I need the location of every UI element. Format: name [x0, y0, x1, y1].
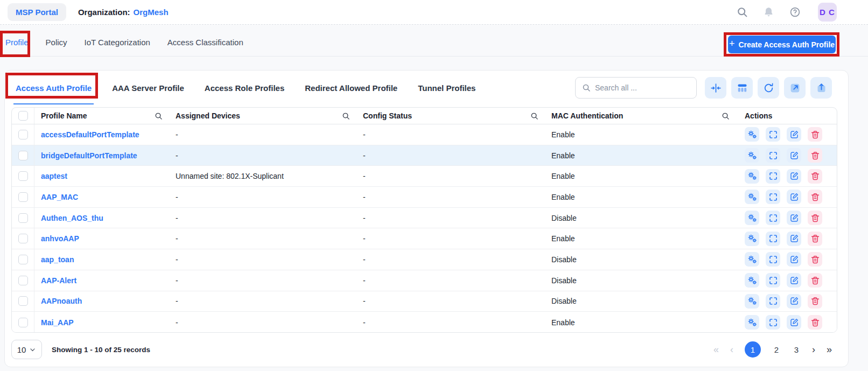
first-page-button[interactable]: «	[713, 344, 719, 355]
upload-button[interactable]	[810, 77, 832, 99]
row-checkbox[interactable]	[18, 130, 28, 139]
expand-button[interactable]	[766, 148, 780, 163]
edit-button[interactable]	[787, 211, 801, 225]
edit-button[interactable]	[787, 232, 801, 246]
column-search-icon[interactable]	[530, 112, 538, 120]
port-settings-button[interactable]	[745, 148, 759, 163]
subtab-aaa-server-profile[interactable]: AAA Server Profile	[109, 79, 187, 97]
last-page-button[interactable]: »	[827, 344, 832, 355]
expand-button[interactable]	[766, 252, 780, 267]
profile-name-link[interactable]: Mai_AAP	[41, 318, 74, 327]
delete-button[interactable]	[808, 273, 822, 288]
next-page-button[interactable]: ›	[812, 344, 815, 355]
prev-page-button[interactable]: ‹	[730, 344, 733, 355]
profile-name-link[interactable]: anhvoAAP	[41, 234, 79, 243]
profile-name-link[interactable]: AAP-Alert	[41, 276, 76, 285]
expand-button[interactable]	[766, 190, 780, 204]
column-search-icon[interactable]	[155, 112, 163, 120]
help-icon[interactable]	[789, 6, 801, 18]
page-2-button[interactable]: 2	[772, 345, 781, 354]
delete-button[interactable]	[808, 148, 822, 163]
subtab-access-auth-profile[interactable]: Access Auth Profile	[12, 79, 95, 97]
edit-button[interactable]	[787, 148, 801, 163]
column-search-icon[interactable]	[722, 112, 730, 120]
row-checkbox[interactable]	[18, 192, 28, 202]
edit-button[interactable]	[787, 315, 801, 330]
profile-name-link[interactable]: bridgeDefaultPortTemplate	[41, 151, 137, 160]
row-checkbox[interactable]	[18, 151, 28, 160]
collapse-columns-button[interactable]	[705, 77, 726, 99]
tab-profile[interactable]: Profile	[4, 31, 30, 56]
page-3-button[interactable]: 3	[792, 345, 801, 354]
edit-button[interactable]	[787, 127, 801, 142]
profile-name-link[interactable]: aap_toan	[41, 255, 74, 264]
select-all-checkbox[interactable]	[18, 111, 28, 121]
trash-icon	[810, 255, 820, 264]
edit-button[interactable]	[787, 294, 801, 309]
refresh-button[interactable]	[758, 77, 779, 99]
port-settings-button[interactable]	[745, 190, 759, 204]
tab-policy[interactable]: Policy	[45, 31, 68, 56]
row-checkbox[interactable]	[18, 171, 28, 181]
open-external-button[interactable]	[784, 77, 806, 99]
delete-button[interactable]	[808, 294, 822, 309]
port-settings-button[interactable]	[745, 315, 759, 330]
search-all-input[interactable]	[595, 83, 690, 92]
subtab-access-role-profiles[interactable]: Access Role Profiles	[201, 79, 288, 97]
edit-button[interactable]	[787, 169, 801, 184]
page-size-select[interactable]: 10	[11, 340, 42, 359]
subtab-tunnel-profiles[interactable]: Tunnel Profiles	[415, 79, 479, 97]
profile-name-link[interactable]: accessDefaultPortTemplate	[41, 130, 139, 139]
search-icon[interactable]	[737, 6, 748, 18]
user-avatar[interactable]: D C	[818, 3, 837, 22]
profile-name-link[interactable]: Authen_AOS_thu	[41, 214, 103, 222]
port-settings-button[interactable]	[745, 127, 759, 142]
organization-link[interactable]: OrgMesh	[134, 8, 169, 17]
delete-button[interactable]	[808, 211, 822, 225]
manage-columns-button[interactable]	[731, 77, 753, 99]
profile-name-link[interactable]: aaptest	[41, 172, 67, 180]
tab-iot-categorization[interactable]: IoT Categorization	[83, 31, 151, 56]
msp-portal-badge[interactable]: MSP Portal	[8, 3, 66, 21]
edit-button[interactable]	[787, 273, 801, 288]
notifications-bell-icon[interactable]	[763, 6, 774, 18]
delete-button[interactable]	[808, 190, 822, 204]
expand-button[interactable]	[766, 315, 780, 330]
port-settings-button[interactable]	[745, 232, 759, 246]
expand-button[interactable]	[766, 127, 780, 142]
edit-button[interactable]	[787, 252, 801, 267]
port-settings-button[interactable]	[745, 169, 759, 184]
expand-button[interactable]	[766, 169, 780, 184]
edit-button[interactable]	[787, 190, 801, 204]
expand-button[interactable]	[766, 211, 780, 225]
subtab-redirect-allowed-profile[interactable]: Redirect Allowed Profile	[302, 79, 401, 97]
delete-button[interactable]	[808, 169, 822, 184]
access-auth-profile-table: Profile Name Assigned Devices Config Sta…	[11, 107, 837, 333]
trash-icon	[810, 171, 820, 181]
page-1-button[interactable]: 1	[745, 341, 761, 358]
row-checkbox[interactable]	[18, 213, 28, 223]
row-checkbox[interactable]	[18, 276, 28, 285]
delete-button[interactable]	[808, 315, 822, 330]
port-settings-button[interactable]	[745, 294, 759, 309]
delete-button[interactable]	[808, 127, 822, 142]
table-row: AAP_MAC - - Enable	[12, 187, 837, 208]
delete-button[interactable]	[808, 252, 822, 267]
port-settings-button[interactable]	[745, 252, 759, 267]
profile-name-link[interactable]: AAP_MAC	[41, 193, 78, 201]
row-checkbox[interactable]	[18, 234, 28, 243]
create-access-auth-profile-button[interactable]: + Create Access Auth Profile	[728, 36, 836, 53]
config-status-cell: -	[356, 214, 545, 222]
expand-button[interactable]	[766, 232, 780, 246]
row-checkbox[interactable]	[18, 255, 28, 264]
tab-access-classification[interactable]: Access Classification	[166, 31, 244, 56]
row-checkbox[interactable]	[18, 318, 28, 327]
row-checkbox[interactable]	[18, 296, 28, 306]
port-settings-button[interactable]	[745, 211, 759, 225]
expand-button[interactable]	[766, 273, 780, 288]
delete-button[interactable]	[808, 232, 822, 246]
column-search-icon[interactable]	[342, 112, 350, 120]
expand-button[interactable]	[766, 294, 780, 309]
port-settings-button[interactable]	[745, 273, 759, 288]
profile-name-link[interactable]: AAPnoauth	[41, 297, 82, 305]
